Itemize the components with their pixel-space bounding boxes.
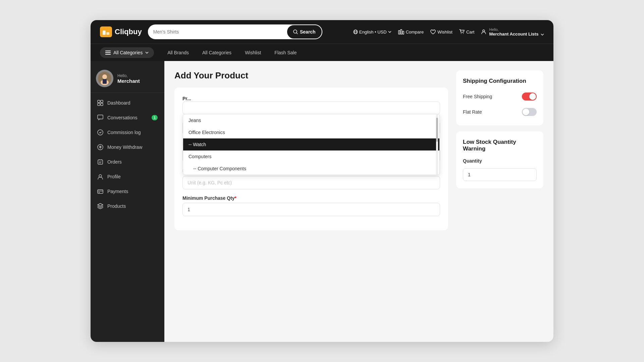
- wishlist-link[interactable]: Wishlist: [430, 29, 452, 35]
- svg-rect-9: [400, 29, 402, 34]
- category-search-box: Jeans Office Electronics -- Watch: [182, 102, 440, 114]
- scrollbar: [436, 114, 438, 175]
- heart-icon: [430, 29, 436, 35]
- free-shipping-row: Free Shipping: [463, 90, 537, 103]
- chevron-down-icon: [388, 31, 391, 33]
- products-icon: [97, 203, 103, 209]
- svg-line-4: [297, 33, 298, 34]
- svg-rect-24: [101, 103, 103, 106]
- quantity-label: Quantity: [463, 158, 537, 164]
- avatar-image: [98, 72, 111, 85]
- svg-rect-21: [98, 100, 100, 103]
- search-button[interactable]: Search: [286, 24, 322, 39]
- conversations-badge: 1: [152, 115, 158, 120]
- stock-warning-card: Low Stock Quantity Warning Quantity: [456, 131, 543, 188]
- logo-icon: [100, 26, 112, 37]
- min-qty-group: Minimum Purchase Qty*: [182, 195, 440, 216]
- svg-rect-34: [99, 192, 100, 193]
- search-bar: Search: [148, 24, 322, 39]
- toggle-knob: [529, 93, 536, 100]
- money-icon: [97, 144, 103, 150]
- category-option-watch[interactable]: -- Watch: [183, 138, 439, 150]
- flat-rate-row: Flat Rate: [463, 106, 537, 118]
- category-search-input[interactable]: [183, 102, 440, 114]
- brand-name: Cliqbuy: [115, 27, 142, 36]
- shipping-config-card: Shipping Configuration Free Shipping Fla…: [456, 70, 543, 125]
- nav-all-categories[interactable]: All Categories: [202, 50, 231, 55]
- svg-point-11: [461, 33, 462, 34]
- nav-actions: English • USD Compare Wishlist: [353, 27, 544, 37]
- svg-point-12: [463, 33, 464, 34]
- avatar: [96, 70, 113, 87]
- profile-icon: [97, 174, 103, 180]
- svg-point-18: [102, 74, 107, 79]
- svg-rect-8: [398, 31, 400, 34]
- svg-rect-32: [98, 190, 103, 193]
- form-section: Add Your Product Pr... Jeans: [174, 70, 448, 333]
- commission-icon: [97, 129, 103, 135]
- product-form-card: Pr... Jeans Office Electronics: [174, 87, 448, 230]
- scrollbar-thumb: [436, 118, 438, 142]
- sidebar-item-payments[interactable]: Payments: [91, 184, 164, 199]
- user-panel: Hello, Merchant: [91, 64, 164, 93]
- sidebar-item-conversations[interactable]: Conversations 1: [91, 110, 164, 125]
- user-menu[interactable]: Hello, Merchant Account Lists: [481, 27, 544, 37]
- free-shipping-label: Free Shipping: [463, 94, 492, 99]
- globe-icon: [353, 29, 358, 34]
- min-qty-input[interactable]: [182, 203, 440, 216]
- sidebar-item-withdraw[interactable]: Money Withdraw: [91, 140, 164, 155]
- category-option-jeans[interactable]: Jeans: [183, 114, 439, 126]
- search-icon: [293, 29, 298, 34]
- svg-rect-1: [106, 29, 109, 32]
- flat-rate-label: Flat Rate: [463, 109, 482, 115]
- stock-quantity-input[interactable]: [463, 168, 537, 181]
- sidebar-item-commission[interactable]: Commission log: [91, 125, 164, 140]
- search-input[interactable]: [148, 29, 286, 35]
- page-title: Add Your Product: [174, 70, 448, 81]
- user-info-text: Hello, Merchant Account Lists: [489, 27, 544, 37]
- category-dropdown-list: Jeans Office Electronics -- Watch: [183, 114, 440, 175]
- free-shipping-toggle[interactable]: [522, 93, 537, 101]
- pr-label: Pr...: [182, 96, 191, 101]
- unit-input[interactable]: [182, 176, 440, 189]
- sidebar-item-products[interactable]: Products: [91, 199, 164, 214]
- svg-rect-0: [103, 31, 106, 35]
- category-option-computers[interactable]: Computers: [183, 150, 439, 163]
- svg-rect-10: [402, 31, 404, 34]
- min-qty-label: Minimum Purchase Qty*: [182, 195, 440, 201]
- stock-warning-title: Low Stock Quantity Warning: [463, 139, 537, 152]
- user-icon: [481, 29, 486, 35]
- sidebar: Hello, Merchant Dashboard C: [91, 61, 164, 342]
- dashboard-icon: [97, 100, 103, 106]
- orders-icon: [97, 159, 103, 165]
- main-content: Hello, Merchant Dashboard C: [91, 61, 553, 342]
- sidebar-item-orders[interactable]: Orders: [91, 155, 164, 169]
- menu-icon: [105, 51, 111, 55]
- cart-icon: [459, 29, 465, 35]
- flat-rate-toggle[interactable]: [522, 108, 537, 116]
- sidebar-item-profile[interactable]: Profile: [91, 169, 164, 184]
- sidebar-item-dashboard[interactable]: Dashboard: [91, 96, 164, 110]
- svg-rect-25: [98, 115, 103, 119]
- nav-wishlist[interactable]: Wishlist: [245, 50, 261, 55]
- top-nav: Cliqbuy Search English • USD: [91, 20, 553, 44]
- shipping-title: Shipping Configuration: [463, 78, 537, 84]
- compare-icon: [398, 29, 404, 35]
- logo: Cliqbuy: [100, 26, 142, 37]
- category-option-computer-components[interactable]: -- Computer Components: [183, 163, 439, 175]
- svg-point-13: [483, 30, 485, 32]
- compare-link[interactable]: Compare: [398, 29, 424, 35]
- secondary-nav: All Categories All Brands All Categories…: [91, 44, 553, 61]
- nav-all-brands[interactable]: All Brands: [167, 50, 189, 55]
- cart-link[interactable]: Cart: [459, 29, 475, 35]
- all-categories-button[interactable]: All Categories: [100, 47, 154, 58]
- toggle-knob: [523, 109, 529, 115]
- language-selector[interactable]: English • USD: [353, 29, 391, 35]
- category-option-office-electronics[interactable]: Office Electronics: [183, 126, 439, 138]
- svg-rect-22: [101, 100, 103, 103]
- user-text: Hello, Merchant: [117, 73, 140, 84]
- nav-flash-sale[interactable]: Flash Sale: [274, 50, 297, 55]
- chevron-down-icon: [541, 34, 544, 36]
- page-content: Add Your Product Pr... Jeans: [164, 61, 553, 342]
- svg-rect-20: [103, 79, 107, 84]
